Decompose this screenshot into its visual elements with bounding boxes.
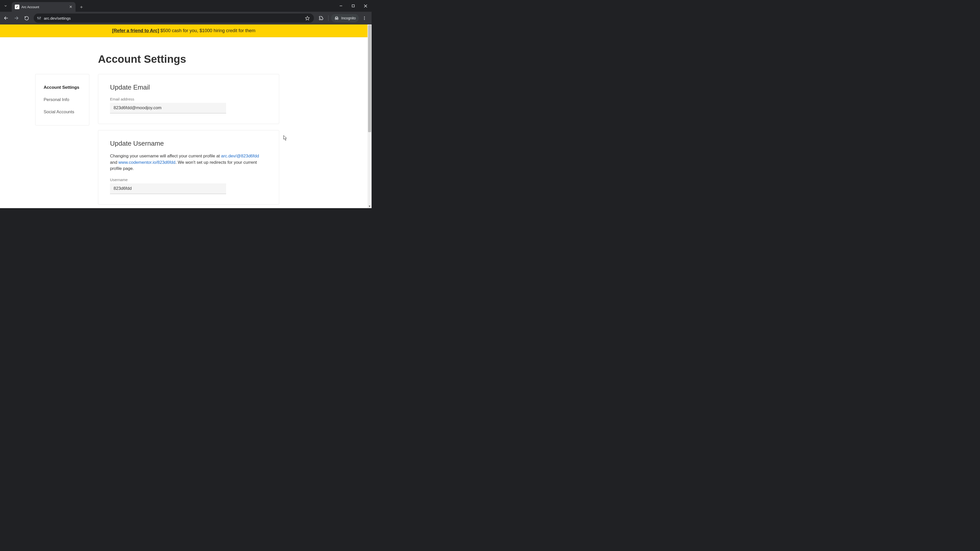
card-heading: Update Username (110, 140, 267, 148)
back-button[interactable] (2, 14, 11, 23)
settings-main: Update Email Email address Update Userna… (98, 74, 279, 205)
sidebar-item-social-accounts[interactable]: Social Accounts (35, 106, 89, 118)
svg-point-13 (335, 18, 336, 20)
tab-favicon: ✓ (15, 5, 19, 9)
svg-point-9 (37, 17, 38, 18)
sidebar-item-account-settings[interactable]: Account Settings (35, 81, 89, 94)
incognito-indicator[interactable]: Incognito (331, 14, 359, 22)
svg-point-17 (364, 18, 365, 19)
extensions-icon[interactable] (317, 14, 326, 23)
browser-menu-icon[interactable] (360, 14, 369, 23)
reload-button[interactable] (22, 14, 31, 23)
svg-point-18 (364, 19, 365, 20)
incognito-icon (334, 16, 339, 21)
arc-profile-link[interactable]: arc.dev/@823d6fdd (221, 154, 259, 159)
scrollbar-thumb[interactable] (368, 25, 371, 132)
username-input[interactable] (110, 183, 226, 194)
browser-tab[interactable]: ✓ Arc Account ✕ (12, 2, 76, 12)
codementor-profile-link[interactable]: www.codementor.io/823d6fdd (118, 160, 175, 165)
tab-close-icon[interactable]: ✕ (68, 5, 73, 9)
sidebar-item-label: Personal Info (44, 97, 69, 102)
close-window-button[interactable] (360, 0, 372, 12)
username-field-label: Username (110, 178, 267, 182)
window-controls (335, 0, 372, 12)
sidebar-item-label: Account Settings (44, 85, 80, 90)
new-tab-button[interactable]: ＋ (77, 3, 86, 11)
browser-toolbar: arc.dev/settings Incognito (0, 12, 372, 24)
maximize-button[interactable] (347, 0, 360, 12)
referral-text: $500 cash for you, $1000 hiring credit f… (159, 28, 256, 33)
svg-marker-12 (305, 16, 309, 20)
username-description: Changing your username will affect your … (110, 153, 267, 172)
settings-sidebar: Account Settings Personal Info Social Ac… (35, 74, 89, 125)
update-email-card: Update Email Email address (98, 74, 279, 124)
referral-link[interactable]: [Refer a friend to Arc] (112, 28, 159, 33)
page-title: Account Settings (98, 53, 368, 65)
svg-point-16 (364, 16, 365, 17)
incognito-label: Incognito (341, 16, 356, 20)
tab-search-dropdown[interactable] (0, 0, 11, 12)
bookmark-icon[interactable] (304, 16, 311, 21)
site-settings-icon[interactable] (37, 16, 41, 21)
svg-point-14 (337, 18, 338, 20)
svg-rect-1 (352, 5, 355, 7)
browser-titlebar: ✓ Arc Account ✕ ＋ (0, 0, 372, 12)
card-heading: Update Email (110, 83, 267, 91)
email-field-label: Email address (110, 97, 267, 101)
sidebar-item-personal-info[interactable]: Personal Info (35, 94, 89, 106)
sidebar-item-label: Social Accounts (44, 110, 74, 114)
minimize-button[interactable] (335, 0, 347, 12)
url-text: arc.dev/settings (44, 16, 301, 21)
scroll-down-arrow[interactable]: ▼ (368, 204, 372, 208)
tab-title: Arc Account (21, 5, 66, 9)
referral-banner: [Refer a friend to Arc] $500 cash for yo… (0, 24, 368, 37)
svg-point-11 (40, 17, 41, 18)
page-viewport: [Refer a friend to Arc] $500 cash for yo… (0, 24, 372, 208)
svg-point-10 (39, 18, 40, 19)
email-input[interactable] (110, 103, 226, 114)
update-username-card: Update Username Changing your username w… (98, 130, 279, 205)
address-bar[interactable]: arc.dev/settings (34, 14, 314, 23)
forward-button[interactable] (12, 14, 21, 23)
vertical-scrollbar[interactable]: ▲ ▼ (368, 24, 372, 208)
